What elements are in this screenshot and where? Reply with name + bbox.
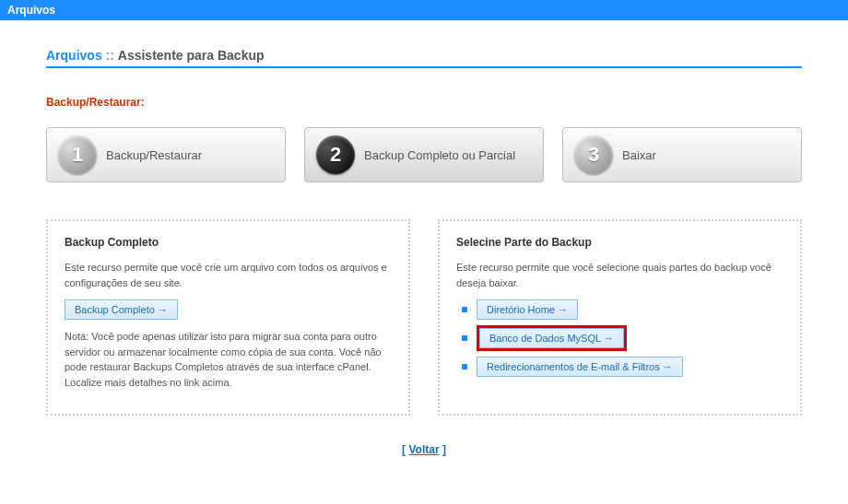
panel-full-backup: Backup Completo Este recurso permite que… [46, 219, 410, 416]
step-3-label: Baixar [622, 148, 656, 162]
panel-full-desc: Este recurso permite que você crie um ar… [65, 260, 392, 290]
partial-backup-list: Diretório Home → Banco de Dados MySQL → … [462, 299, 783, 377]
top-bar: Arquivos [0, 0, 848, 20]
panels-row: Backup Completo Este recurso permite que… [46, 219, 802, 416]
step-1-label: Backup/Restaurar [106, 148, 202, 162]
list-item: Banco de Dados MySQL → [462, 325, 783, 351]
step-2-number-icon: 2 [316, 135, 355, 174]
bullet-icon [462, 307, 467, 312]
step-1[interactable]: 1 Backup/Restaurar [46, 127, 286, 182]
top-bar-title: Arquivos [7, 4, 55, 17]
step-3[interactable]: 3 Baixar [562, 127, 802, 182]
panel-partial-desc: Este recurso permite que você selecione … [456, 260, 783, 290]
back-link-wrap: [ Voltar ] [46, 443, 802, 456]
home-directory-button[interactable]: Diretório Home → [477, 299, 578, 320]
breadcrumb-sep: :: [106, 48, 114, 63]
back-link[interactable]: Voltar [408, 443, 439, 456]
email-filters-button[interactable]: Redirecionamentos de E-mail & Filtros → [477, 357, 683, 377]
step-1-number-icon: 1 [58, 135, 97, 174]
breadcrumb-main[interactable]: Arquivos [46, 48, 102, 63]
main-container: Arquivos :: Assistente para Backup Backu… [0, 20, 848, 484]
bracket-close: ] [440, 443, 446, 456]
bullet-icon [462, 335, 467, 341]
panel-partial-title: Selecine Parte do Backup [456, 236, 783, 249]
breadcrumb: Arquivos :: Assistente para Backup [46, 48, 802, 63]
step-2[interactable]: 2 Backup Completo ou Parcial [304, 127, 544, 182]
divider [46, 66, 802, 68]
section-title: Backup/Restaurar: [46, 96, 802, 109]
panel-partial-backup: Selecine Parte do Backup Este recurso pe… [438, 219, 802, 416]
steps-row: 1 Backup/Restaurar 2 Backup Completo ou … [46, 127, 802, 182]
mysql-database-button[interactable]: Banco de Dados MySQL → [479, 328, 624, 348]
bullet-icon [462, 364, 467, 369]
list-item: Redirecionamentos de E-mail & Filtros → [462, 357, 783, 377]
mysql-highlight-box: Banco de Dados MySQL → [477, 325, 627, 351]
panel-full-title: Backup Completo [65, 236, 392, 249]
list-item: Diretório Home → [462, 299, 783, 320]
breadcrumb-sub: Assistente para Backup [118, 48, 265, 63]
panel-full-note: Nota: Você pode apenas utilizar isto par… [65, 329, 392, 390]
full-backup-button[interactable]: Backup Completo → [65, 299, 178, 320]
step-3-number-icon: 3 [574, 135, 613, 174]
step-2-label: Backup Completo ou Parcial [364, 148, 515, 162]
